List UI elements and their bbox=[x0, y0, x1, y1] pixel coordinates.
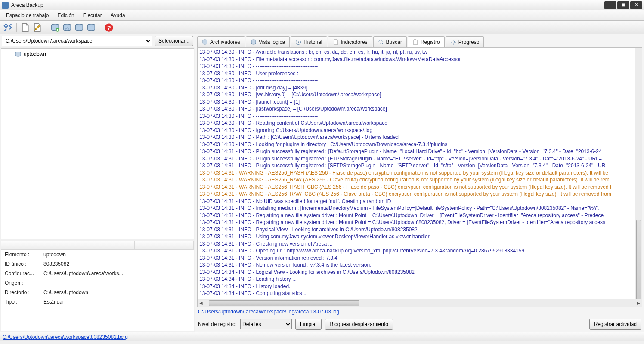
register-activity-button[interactable]: Registrar actividad bbox=[589, 319, 641, 330]
horizontal-scrollbar[interactable]: ◄ ► bbox=[198, 299, 642, 307]
prop-val-element: uptodown bbox=[40, 252, 66, 258]
log-controls-bar: Nivel de registro: Detalles Limpiar Bloq… bbox=[195, 316, 644, 332]
log-file-link-row: C:/Users/Uptodown/.areca/workspace/.log/… bbox=[195, 307, 644, 316]
log-line: 13-07-03 14:30 - INFO - Ignoring C:/User… bbox=[199, 127, 633, 134]
log-line-warning: 13-07-03 14:31 - WARNING - AES256_RAW_CB… bbox=[199, 190, 633, 198]
log-line: 13-07-03 14:31 - INFO - Plugin successfu… bbox=[199, 148, 633, 155]
log-line: 13-07-03 14:30 - INFO - ----------------… bbox=[199, 77, 633, 84]
log-line: 13-07-03 14:30 - INFO - File metadata ac… bbox=[199, 56, 633, 63]
prop-key-dir: Directorio : bbox=[1, 289, 40, 295]
log-line: 13-07-03 14:30 - INFO - [lastworkspace] … bbox=[199, 105, 633, 113]
prop-val-dir: C:/Users/Uptodown bbox=[40, 289, 88, 295]
svg-point-12 bbox=[452, 41, 455, 43]
log-line: 13-07-03 14:31 - INFO - No new version f… bbox=[199, 261, 633, 269]
log-line: 13-07-03 14:30 - INFO - Available transl… bbox=[199, 49, 633, 56]
tab-indicators[interactable]: Indicadores bbox=[328, 36, 372, 47]
log-line: 13-07-03 14:31 - INFO - Registring a new… bbox=[199, 212, 633, 219]
tab-search[interactable]: Buscar bbox=[373, 36, 407, 47]
prop-key-id: ID único : bbox=[1, 261, 40, 267]
search-icon bbox=[378, 39, 384, 45]
prop-key-type: Tipo : bbox=[1, 299, 40, 305]
menubar: Espacio de trabajo Edición Ejecutar Ayud… bbox=[0, 10, 644, 21]
properties-panel: Elemento :uptodown ID único :808235082 C… bbox=[1, 241, 194, 331]
toolbar-separator bbox=[100, 23, 100, 32]
minimize-button[interactable]: — bbox=[604, 1, 616, 9]
log-line-warning: 13-07-03 14:31 - WARNING - AES256_HASH_C… bbox=[199, 184, 633, 191]
log-line: 13-07-03 14:30 - INFO - Path : [C:\Users… bbox=[199, 134, 633, 141]
close-button[interactable]: ✕ bbox=[630, 1, 642, 9]
log-line: 13-07-03 14:31 - INFO - Plugin successfu… bbox=[199, 155, 633, 163]
log-content[interactable]: 13-07-03 14:30 - INFO - Available transl… bbox=[198, 48, 635, 299]
backup-check-icon[interactable] bbox=[74, 22, 84, 33]
scrollbar-thumb[interactable] bbox=[636, 220, 641, 307]
tab-history[interactable]: Historial bbox=[291, 36, 327, 47]
preferences-icon[interactable] bbox=[3, 22, 13, 33]
log-line: 13-07-03 14:31 - INFO - Version informat… bbox=[199, 255, 633, 262]
toolbar: ? bbox=[0, 21, 644, 34]
workspace-path-select[interactable]: C:/Users/Uptodown/.areca/workspace bbox=[2, 36, 152, 46]
menu-workspace[interactable]: Espacio de trabajo bbox=[2, 11, 53, 20]
clear-log-button[interactable]: Limpiar bbox=[295, 319, 322, 330]
svg-point-11 bbox=[379, 40, 382, 43]
log-panel: 13-07-03 14:30 - INFO - Available transl… bbox=[197, 47, 642, 307]
log-line: 13-07-03 14:30 - INFO - [dnt.msg.day] = … bbox=[199, 84, 633, 92]
log-line: 13-07-03 14:30 - INFO - [ws.history.0] =… bbox=[199, 91, 633, 98]
backup-icon[interactable] bbox=[50, 22, 60, 33]
clock-icon bbox=[295, 39, 301, 45]
tree-item-uptodown[interactable]: uptodown bbox=[3, 50, 192, 58]
titlebar: Areca Backup — ▣ ✕ bbox=[0, 0, 644, 10]
log-line: 13-07-03 14:34 - INFO - History loaded. bbox=[199, 283, 633, 290]
log-line: 13-07-03 14:30 - INFO - ----------------… bbox=[199, 63, 633, 70]
page-icon bbox=[412, 39, 418, 45]
prop-val-id: 808235082 bbox=[40, 261, 69, 267]
prop-val-type: Estándar bbox=[40, 299, 64, 305]
tab-bar: Archivadores Vista lógica Historial Indi… bbox=[195, 34, 644, 47]
vertical-scrollbar[interactable] bbox=[635, 48, 642, 299]
tab-progress[interactable]: Progreso bbox=[446, 36, 484, 47]
scroll-right-icon[interactable]: ► bbox=[635, 300, 642, 307]
select-workspace-button[interactable]: Seleccionar... bbox=[155, 36, 193, 46]
log-line: 13-07-03 14:30 - INFO - Reading content … bbox=[199, 120, 633, 127]
log-line: 13-07-03 14:30 - INFO - [launch.count] =… bbox=[199, 98, 633, 106]
tab-log[interactable]: Registro bbox=[408, 36, 445, 47]
tree-item-label: uptodown bbox=[24, 51, 46, 57]
menu-edit[interactable]: Edición bbox=[53, 11, 78, 20]
log-level-label: Nivel de registro: bbox=[198, 321, 237, 327]
database-icon bbox=[15, 52, 21, 57]
help-icon[interactable]: ? bbox=[104, 22, 114, 33]
log-line: 13-07-03 14:31 - INFO - Using com.myJava… bbox=[199, 233, 633, 240]
log-line: 13-07-03 14:30 - INFO - ----------------… bbox=[199, 113, 633, 120]
log-line: 13-07-03 14:34 - INFO - Computing statis… bbox=[199, 290, 633, 297]
backup-simulate-icon[interactable] bbox=[86, 22, 96, 33]
backup-group-icon[interactable] bbox=[62, 22, 72, 33]
status-config-link[interactable]: C:\Users\Uptodown\.areca\workspace\80823… bbox=[3, 334, 128, 340]
log-line: 13-07-03 14:34 - INFO - Loading history … bbox=[199, 276, 633, 283]
log-line: 13-07-03 14:31 - INFO - Plugin successfu… bbox=[199, 162, 633, 169]
log-line: 13-07-03 14:31 - INFO - Physical View - … bbox=[199, 226, 633, 233]
log-line: 13-07-03 14:30 - INFO - User preferences… bbox=[199, 70, 633, 77]
gear-icon bbox=[450, 39, 456, 45]
scrollbar-thumb[interactable] bbox=[209, 300, 359, 306]
lock-scroll-button[interactable]: Bloquear desplazamiento bbox=[325, 319, 393, 330]
menu-help[interactable]: Ayuda bbox=[106, 11, 130, 20]
page-icon bbox=[333, 39, 339, 45]
log-line-warning: 13-07-03 14:31 - WARNING - AES256_HASH (… bbox=[199, 169, 633, 177]
targets-tree[interactable]: uptodown bbox=[1, 48, 194, 239]
prop-key-element: Elemento : bbox=[1, 252, 40, 258]
scroll-left-icon[interactable]: ◄ bbox=[198, 300, 204, 307]
new-file-icon[interactable] bbox=[20, 22, 31, 33]
tab-logical-view[interactable]: Vista lógica bbox=[246, 36, 290, 47]
log-level-select[interactable]: Detalles bbox=[240, 319, 292, 329]
tab-archivers[interactable]: Archivadores bbox=[197, 36, 245, 47]
app-icon bbox=[2, 2, 9, 9]
log-file-link[interactable]: C:/Users/Uptodown/.areca/workspace/.log/… bbox=[198, 309, 339, 315]
database-icon bbox=[202, 39, 208, 45]
maximize-button[interactable]: ▣ bbox=[617, 1, 629, 9]
log-line: 13-07-03 14:30 - INFO - Looking for plug… bbox=[199, 141, 633, 148]
edit-file-icon[interactable] bbox=[32, 22, 43, 33]
log-line: 13-07-03 14:31 - INFO - Checking new ver… bbox=[199, 240, 633, 248]
menu-run[interactable]: Ejecutar bbox=[79, 11, 106, 20]
log-line: 13-07-03 14:31 - INFO - Opening url : ht… bbox=[199, 247, 633, 255]
statusbar: C:\Users\Uptodown\.areca\workspace\80823… bbox=[0, 332, 644, 341]
prop-key-config: Configurac... bbox=[1, 270, 40, 276]
